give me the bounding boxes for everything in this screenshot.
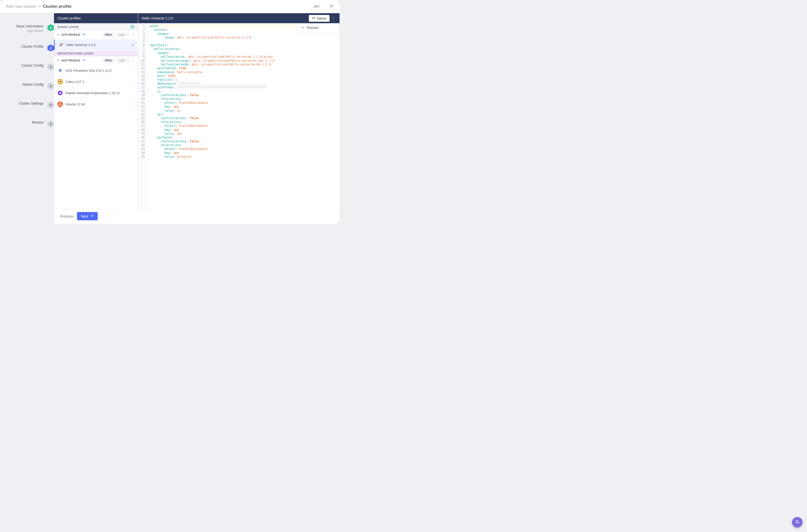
layer-name: Hello Universe 1.2.0 (66, 43, 95, 47)
values-button[interactable]: Values (309, 15, 330, 22)
kebab-icon[interactable]: ⋮ (331, 15, 336, 21)
scope-badge: PROJ (103, 33, 114, 37)
step-1[interactable]: Basic Informationgcp-cluster1 (0, 24, 54, 33)
svg-point-11 (61, 104, 62, 106)
svg-text:✱: ✱ (59, 91, 61, 94)
step-badge: 5 (48, 101, 54, 108)
step-2[interactable]: Cluster Profile2 (0, 44, 54, 52)
svg-point-10 (58, 104, 59, 106)
step-6[interactable]: Review6 (0, 120, 54, 127)
layer-name: GCE Persistent Disk CSI 1.12.4 (65, 69, 111, 72)
kebab-icon[interactable]: ⋮ (132, 59, 135, 62)
layer-item[interactable]: 🚀Hello Universe 1.2.0 (54, 39, 137, 50)
step-title: Review (32, 120, 43, 125)
step-title: Cluster Config (21, 63, 43, 68)
add-layer-icon[interactable] (130, 25, 134, 29)
values-button-label: Values (317, 17, 326, 20)
addon-section-header: ADDON LAYERS (54, 23, 138, 31)
layers-panel: Cluster profiles ADDON LAYERS GCP-PROFIL… (54, 13, 138, 208)
chevron-down-icon[interactable] (57, 59, 59, 62)
breadcrumb: Add new cluster > Cluster profile (6, 4, 72, 9)
step-badge: 6 (48, 120, 54, 127)
code-area[interactable]: pack: content: images: - image: ghcr.io/… (147, 23, 278, 208)
line-gutter: 1234567891011121314151617181920212223242… (138, 23, 147, 208)
layer-item[interactable]: Calico 3.27.2 (54, 76, 137, 87)
yaml-editor[interactable]: 1234567891011121314151617181920212223242… (138, 23, 340, 208)
infra-section-header: INFRASTRUCTURE LAYERS (54, 51, 138, 56)
svg-point-4 (59, 81, 61, 82)
layer-name: Calico 3.27.2 (65, 80, 85, 84)
infra-profile-row: GCP-PROFILE PROJ 1.0.0 ⋮ (54, 56, 138, 65)
step-title: Nodes Config (22, 82, 43, 87)
step-4[interactable]: Nodes Config4 (0, 82, 54, 90)
layers-panel-title: Cluster profiles (54, 13, 138, 23)
step-title: Cluster Profile (21, 44, 43, 49)
layer-name: Palette eXtended Kubernetes 1.28.13 (65, 91, 120, 95)
layer-name: Ubuntu 22.04 (65, 102, 85, 106)
link-icon[interactable] (82, 33, 85, 37)
chevron-down-icon[interactable] (57, 33, 59, 36)
previous-button[interactable]: Previous (60, 214, 73, 218)
arrow-right-icon (90, 214, 94, 218)
layer-item[interactable]: Ubuntu 22.04 (54, 99, 137, 110)
profile-name[interactable]: GCP-PROFILE (61, 59, 80, 62)
step-badge: 3 (48, 63, 54, 71)
step-badge: 4 (48, 82, 54, 90)
editor-header: Hello Universe 1.2.0 Values ⋮ (138, 13, 340, 23)
editor-title: Hello Universe 1.2.0 (142, 16, 173, 20)
presets-dropdown[interactable]: Presets (297, 23, 340, 33)
kebab-icon[interactable]: ⋮ (132, 33, 135, 36)
step-title: Cluster Settings (19, 101, 43, 106)
layer-item[interactable]: GCE Persistent Disk CSI 1.12.4 (54, 65, 137, 76)
close-icon[interactable] (330, 4, 334, 9)
chevron-down-icon (301, 26, 304, 30)
layer-item[interactable]: ✱Palette eXtended Kubernetes 1.28.13 (54, 88, 137, 98)
api-link[interactable]: API (314, 4, 319, 8)
step-subtitle: gcp-cluster (17, 29, 43, 33)
step-title: Basic Information (17, 24, 43, 28)
scope-badge: PROJ (103, 58, 114, 63)
breadcrumb-current: Cluster profile (43, 4, 72, 9)
next-button[interactable]: Next (77, 212, 98, 220)
editor-panel: Hello Universe 1.2.0 Values ⋮ 1234567891… (138, 13, 340, 208)
breadcrumb-separator: > (38, 4, 41, 9)
breadcrumb-parent[interactable]: Add new cluster (6, 4, 36, 9)
step-badge: 2 (48, 44, 54, 52)
next-button-label: Next (81, 214, 88, 218)
step-5[interactable]: Cluster Settings5 (0, 101, 54, 108)
wizard-stepper: Basic Informationgcp-cluster1Cluster Pro… (0, 13, 54, 224)
profile-name[interactable]: GCP-PROFILE (61, 33, 80, 36)
addon-section-label: ADDON LAYERS (57, 26, 79, 28)
version-select[interactable]: 1.0.0 (116, 58, 129, 63)
infra-section-label: INFRASTRUCTURE LAYERS (57, 52, 94, 55)
header: Add new cluster > Cluster profile API (0, 0, 340, 13)
addon-profile-row: GCP-PROFILE PROJ 1.0.0 ⋮ (54, 31, 138, 39)
link-icon[interactable] (82, 59, 85, 62)
version-select[interactable]: 1.0.0 (116, 32, 129, 37)
presets-label: Presets (307, 26, 319, 30)
step-badge: 1 (48, 24, 54, 31)
svg-point-9 (60, 102, 61, 103)
code-icon (312, 16, 315, 20)
step-3[interactable]: Cluster Config3 (0, 63, 54, 71)
wizard-footer: Previous Next (54, 208, 340, 224)
